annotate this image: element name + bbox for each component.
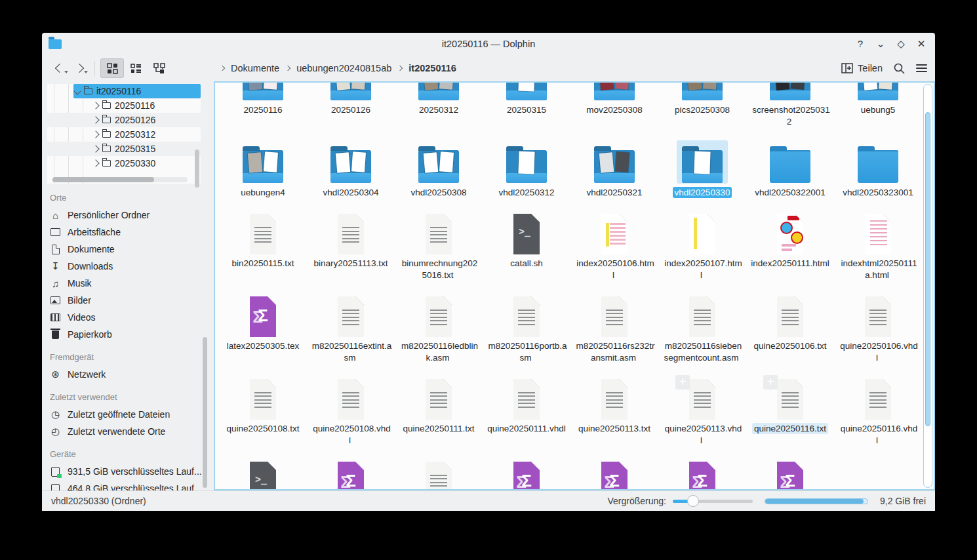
file-item[interactable]: index20250107.html — [658, 207, 746, 281]
file-item[interactable]: uebung5.tex — [483, 455, 570, 490]
file-item[interactable]: screenshot20250312 — [746, 83, 834, 128]
view-tree-button[interactable] — [148, 58, 171, 78]
file-item[interactable]: m820250116rs232transmit.asm — [570, 290, 658, 364]
view-icons-button[interactable] — [100, 58, 124, 78]
file-item[interactable]: quine20250111.vhdl — [483, 372, 570, 447]
select-toggle-icon[interactable]: + — [675, 375, 690, 390]
file-view[interactable]: 20250116202501262025031220250315mov20250… — [214, 81, 935, 490]
file-item[interactable]: uebungen4c.tex — [746, 455, 834, 490]
sidebar-item-arbeitsfl-che[interactable]: Arbeitsfläche — [47, 224, 210, 241]
file-item[interactable]: m820250116extint.asm — [307, 290, 395, 364]
file-item[interactable]: uebungen4.tex — [570, 455, 658, 490]
zoom-slider-knob[interactable] — [687, 495, 699, 507]
file-item[interactable]: vhdl20250322001 — [746, 136, 834, 199]
file-item[interactable]: uebung5 — [834, 83, 922, 128]
tree-item[interactable]: 20250126 — [47, 113, 201, 127]
file-item[interactable]: vhdl20250304 — [307, 136, 395, 199]
file-thumbnail — [307, 142, 395, 184]
file-item[interactable]: pics20250308 — [658, 83, 746, 128]
file-item[interactable]: binary20251113.txt — [307, 207, 395, 281]
breadcrumb-item[interactable]: Dokumente — [231, 63, 279, 73]
file-item[interactable]: quine20250106.txt — [746, 290, 834, 364]
tree-item[interactable]: 20250312 — [47, 127, 201, 142]
file-item[interactable]: latex20250305.tex — [219, 290, 307, 364]
file-item[interactable]: 20250315 — [483, 83, 570, 128]
tree-item[interactable]: 20250116 — [47, 98, 201, 113]
file-item[interactable]: vhdl20250308 — [395, 136, 483, 199]
chevron-right-icon[interactable] — [92, 130, 99, 138]
sidebar-item-musik[interactable]: ♫Musik — [47, 275, 210, 292]
sidebar-item-bilder[interactable]: Bilder — [47, 292, 210, 309]
scrollbar-handle[interactable] — [925, 112, 930, 426]
sidebar-item-dokumente[interactable]: Dokumente — [47, 241, 210, 258]
file-item[interactable]: +quine20250116.txt — [746, 372, 834, 447]
breadcrumb-item[interactable]: uebungen20240815ab — [296, 63, 391, 73]
sidebar-item-464-8-gib-verschl-sseltes-la[interactable]: 464,8 GiB verschlüsseltes Lauf... — [47, 480, 210, 490]
file-item[interactable]: 20250116 — [219, 83, 307, 128]
menu-button[interactable] — [916, 64, 927, 72]
tree-horizontal-scrollbar[interactable] — [52, 177, 188, 182]
titlebar[interactable]: it20250116 — Dolphin ? ⌄ ◇ ✕ — [42, 33, 935, 55]
file-item[interactable]: quine20250108.vhdl — [307, 372, 395, 447]
file-item[interactable]: catall.sh — [483, 207, 570, 281]
file-item[interactable]: 20250126 — [307, 83, 395, 128]
chevron-right-icon[interactable] — [92, 159, 99, 167]
select-toggle-icon[interactable]: + — [763, 375, 778, 390]
file-thumbnail — [834, 378, 922, 420]
view-details-button[interactable] — [124, 58, 148, 78]
chevron-right-icon[interactable] — [92, 145, 99, 152]
file-item[interactable]: vhdl20250312 — [483, 136, 570, 199]
close-button[interactable]: ✕ — [914, 38, 928, 50]
maximize-button[interactable]: ◇ — [894, 38, 908, 50]
chevron-right-icon[interactable] — [92, 116, 99, 123]
sidebar-item-netzwerk[interactable]: ⊛Netzwerk — [47, 366, 210, 383]
file-item[interactable]: index20250106.html — [570, 207, 658, 281]
sidebar-item-videos[interactable]: Videos — [47, 309, 210, 326]
file-item[interactable]: vhdl20250330 — [658, 136, 746, 199]
file-item[interactable]: uebungen4b.tex — [658, 455, 746, 490]
sidebar-item-zuletzt-ge-ffnete-dateien[interactable]: ◷Zuletzt geöffnete Dateien — [47, 406, 210, 423]
help-button[interactable]: ? — [853, 38, 867, 50]
file-item[interactable]: bin20250115.txt — [219, 207, 307, 281]
search-icon[interactable] — [893, 62, 906, 75]
file-item[interactable]: quine20250113.txt — [570, 372, 658, 447]
forward-button[interactable] — [70, 59, 89, 77]
sidebar-item-931-5-gib-verschl-sseltes-la[interactable]: 931,5 GiB verschlüsseltes Lauf... — [47, 463, 210, 480]
sidebar-item-zuletzt-verwendete-orte[interactable]: ◴Zuletzt verwendete Orte — [47, 423, 210, 440]
file-item[interactable]: binumrechnung2025016.txt — [395, 207, 483, 281]
breadcrumb-item[interactable]: it20250116 — [409, 63, 456, 73]
file-item[interactable]: test.txt — [395, 455, 483, 490]
file-item[interactable]: 20250312 — [395, 83, 483, 128]
file-item[interactable]: vhdl20250321 — [570, 136, 658, 199]
minimize-button[interactable]: ⌄ — [873, 38, 888, 50]
sidebar-item-pers-nlicher-ordner[interactable]: ⌂Persönlicher Ordner — [47, 207, 210, 224]
zoom-slider[interactable] — [673, 495, 753, 507]
sidebar-scrollbar[interactable] — [203, 337, 207, 488]
file-item[interactable]: m820250116ledblink.asm — [395, 290, 483, 364]
tree-item[interactable]: 20250315 — [47, 142, 201, 156]
view-scrollbar[interactable] — [923, 84, 932, 488]
file-item[interactable]: quine20250111.txt — [395, 372, 483, 447]
chevron-right-icon[interactable] — [92, 102, 99, 109]
file-item[interactable]: +quine20250113.vhdl — [658, 372, 746, 447]
sidebar-item-papierkorb[interactable]: Papierkorb — [47, 326, 210, 343]
tree-item[interactable]: it20250116 — [47, 84, 201, 98]
back-button[interactable] — [50, 59, 70, 77]
file-item[interactable]: quine20250116.vhdl — [834, 372, 922, 447]
file-item[interactable]: sed.sh — [219, 455, 307, 490]
tree-vertical-scrollbar[interactable] — [195, 150, 199, 188]
file-item[interactable]: mov20250308 — [570, 83, 658, 128]
file-item[interactable]: uebungen4 — [219, 136, 307, 199]
file-item[interactable]: vhdl20250323001 — [834, 136, 922, 199]
file-item[interactable]: indexhtml20250111a.html — [834, 207, 922, 281]
file-item[interactable]: m820250116portb.asm — [483, 290, 570, 364]
file-item[interactable]: quine20250108.txt — [219, 372, 307, 447]
sidebar-item-downloads[interactable]: ↧Downloads — [47, 258, 210, 275]
file-item[interactable]: quine20250106.vhdl — [834, 290, 922, 364]
tree-item[interactable]: 20250330 — [47, 156, 201, 170]
file-item[interactable]: m820250116siebensegmentcount.asm — [658, 290, 746, 364]
share-button[interactable]: Teilen — [841, 63, 883, 73]
file-item[interactable]: index20250111.html — [746, 207, 834, 281]
tree-item-label: 20250315 — [115, 144, 155, 154]
file-item[interactable]: t.tex — [307, 455, 395, 490]
